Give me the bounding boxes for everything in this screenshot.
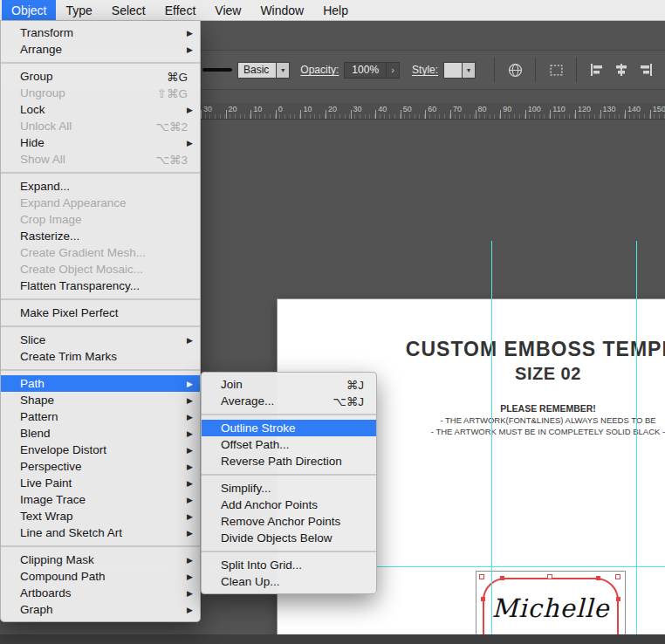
menu-item-label: Unlock All [20, 120, 147, 133]
menu-item[interactable]: Clipping Mask ▶ [1, 552, 200, 568]
menu-item[interactable]: Path ▶ [1, 375, 200, 392]
opacity-label[interactable]: Opacity: [300, 64, 339, 76]
submenu-arrow-icon: ▶ [182, 572, 193, 581]
menu-item[interactable]: Rasterize... ▶ [1, 228, 200, 244]
opacity-input[interactable]: 100% › [344, 62, 400, 79]
menu-item-label: Join [221, 378, 338, 391]
menu-item[interactable]: Blend ▶ [1, 425, 200, 442]
menu-bar-item[interactable]: Type [56, 0, 101, 20]
menu-item[interactable]: Slice ▶ [1, 332, 200, 348]
style-select[interactable]: ▾ [443, 62, 476, 79]
menu-bar-item[interactable]: Effect [155, 0, 206, 20]
menu-item[interactable]: Lock ▶ [1, 101, 200, 118]
guide-vertical-1[interactable] [491, 241, 492, 644]
menu-item[interactable]: Envelope Distort ▶ [1, 442, 200, 458]
menu-item[interactable]: Image Trace ▶ [1, 491, 200, 508]
style-label[interactable]: Style: [412, 64, 438, 76]
submenu-arrow-icon: ▶ [182, 589, 193, 598]
menu-item-shortcut: ⌥⌘2 [155, 120, 193, 134]
ruler-tick: 120 [575, 103, 600, 119]
menu-item[interactable]: Remove Anchor Points ▶ [202, 513, 376, 530]
menu-item[interactable]: Average... ⌥⌘J ▶ [202, 393, 376, 409]
style-swatch [443, 62, 463, 79]
recolor-artwork-icon[interactable] [505, 61, 524, 79]
ruler-tick: 10 [250, 103, 276, 119]
ruler-tick: 100 [525, 103, 551, 119]
menu-item[interactable]: Pattern ▶ [1, 408, 200, 425]
menu-item[interactable]: Transform ▶ [1, 24, 200, 41]
menu-separator [1, 298, 200, 300]
menu-item[interactable]: Group ⌘G ▶ [1, 68, 200, 85]
align-horizontal-left-icon[interactable] [587, 61, 607, 79]
menu-item[interactable]: Text Wrap ▶ [1, 508, 200, 524]
menu-item[interactable]: Offset Path... ▶ [202, 436, 376, 453]
ruler-tick: 30 [201, 103, 226, 119]
menu-item-shortcut: ⌘J [346, 378, 369, 392]
menu-bar-item[interactable]: Window [250, 0, 313, 20]
menu-item[interactable]: Arrange ▶ [1, 41, 200, 58]
align-horizontal-center-icon[interactable] [612, 61, 631, 79]
menu-item[interactable]: Create Trim Marks ▶ [1, 348, 200, 365]
menu-item[interactable]: Expand... ▶ [1, 178, 200, 195]
menu-item[interactable]: Flatten Transparency... ▶ [1, 277, 200, 294]
menu-item[interactable]: Add Anchor Points ▶ [202, 497, 376, 513]
menu-item[interactable]: Clean Up... ▶ [202, 573, 376, 590]
menu-item-label: Expand Appearance [20, 196, 193, 209]
toolbar-divider [535, 58, 536, 82]
chevron-down-icon[interactable]: ▾ [277, 62, 290, 79]
isolate-object-icon[interactable] [546, 61, 566, 79]
chevron-right-icon[interactable]: › [386, 63, 399, 78]
menu-separator [202, 414, 376, 415]
menu-bar-item[interactable]: Select [102, 0, 155, 20]
menu-item[interactable]: Make Pixel Perfect ▶ [1, 305, 200, 321]
monogram-object[interactable]: Michelle & Thomas [476, 571, 626, 644]
menu-item-label: Text Wrap [20, 510, 182, 523]
selection-handle[interactable] [547, 574, 552, 579]
menu-item[interactable]: Graph ▶ [1, 601, 200, 618]
menu-bar-item-label: Effect [165, 3, 196, 17]
anchor-point[interactable] [481, 597, 485, 601]
menu-separator [1, 325, 200, 327]
menu-item-label: Compound Path [20, 570, 182, 583]
menu-item-label: Reverse Path Direction [221, 455, 369, 468]
anchor-point[interactable] [596, 576, 600, 580]
selection-handle[interactable] [615, 574, 620, 579]
menu-item-label: Ungroup [20, 86, 148, 99]
menu-item[interactable]: Shape ▶ [1, 392, 200, 408]
menu-item[interactable]: Simplify... ▶ [202, 480, 376, 497]
menu-bar-item[interactable]: View [205, 0, 250, 20]
ruler-tick: 130 [600, 103, 626, 119]
menu-bar-item[interactable]: Object [2, 0, 56, 20]
artboard-title: CUSTOM EMBOSS TEMPLA [278, 338, 665, 361]
menu-item[interactable]: Split Into Grid... ▶ [202, 557, 376, 573]
menu-item-label: Flatten Transparency... [20, 279, 193, 292]
anchor-point[interactable] [616, 597, 620, 601]
menu-item[interactable]: Outline Stroke ▶ [202, 420, 376, 436]
menu-item[interactable]: Live Paint ▶ [1, 475, 200, 491]
ruler-tick: 0 [276, 103, 301, 119]
menu-item[interactable]: Artboards ▶ [1, 585, 200, 601]
menu-item[interactable]: Line and Sketch Art ▶ [1, 524, 200, 541]
menu-bar-item[interactable]: Help [313, 0, 358, 20]
submenu-arrow-icon: ▶ [182, 413, 193, 421]
menu-item[interactable]: Divide Objects Below ▶ [202, 530, 376, 546]
align-horizontal-right-icon[interactable] [636, 61, 655, 79]
anchor-point[interactable] [500, 576, 504, 580]
menu-item-label: Divide Objects Below [221, 531, 369, 545]
submenu-arrow-icon: ▶ [182, 139, 193, 147]
submenu-arrow-icon: ▶ [182, 446, 193, 455]
menu-item[interactable]: Reverse Path Direction ▶ [202, 453, 376, 469]
menu-item[interactable]: Perspective ▶ [1, 458, 200, 475]
guide-vertical-2[interactable] [636, 241, 637, 644]
menu-item[interactable]: Hide ▶ [1, 134, 200, 151]
menu-item-label: Arrange [20, 43, 182, 56]
submenu-arrow-icon: ▶ [182, 106, 193, 114]
menu-item[interactable]: Join ⌘J ▶ [202, 376, 376, 393]
menu-item-label: Show All [20, 153, 147, 166]
menu-item[interactable]: Compound Path ▶ [1, 568, 200, 585]
chevron-down-icon[interactable]: ▾ [463, 62, 476, 79]
selection-handle[interactable] [479, 574, 484, 579]
stroke-preview[interactable] [202, 68, 232, 72]
menu-item-label: Graph [20, 603, 182, 616]
brush-definition-select[interactable]: Basic ▾ [237, 62, 290, 79]
